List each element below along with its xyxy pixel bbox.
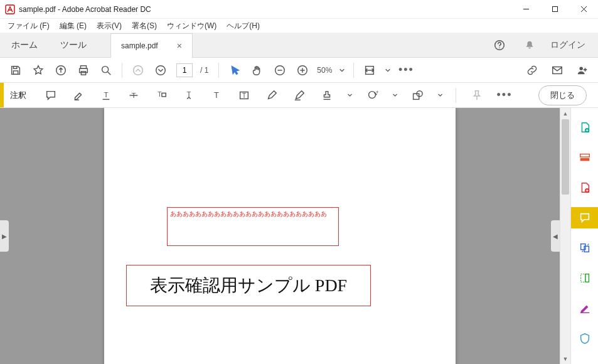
left-panel-toggle[interactable]: ▶ <box>0 220 9 252</box>
scroll-down-icon[interactable]: ▼ <box>560 353 570 364</box>
tab-tools[interactable]: ツール <box>49 33 98 57</box>
svg-rect-11 <box>80 68 88 72</box>
insert-text-icon[interactable]: T <box>179 86 198 105</box>
menu-file[interactable]: ファイル (F) <box>3 19 55 33</box>
app-icon <box>5 4 15 14</box>
zoom-out-icon[interactable] <box>270 61 289 80</box>
pdf-page: あああああああああああああああああああああああああ 表示確認用サンプル PDF <box>104 108 456 364</box>
main-toolbar: / 1 50% ••• <box>0 58 598 83</box>
menu-bar: ファイル (F) 編集 (E) 表示(V) 署名(S) ウィンドウ(W) ヘルプ… <box>0 19 598 33</box>
scroll-up-icon[interactable]: ▲ <box>560 108 570 119</box>
select-tool-icon[interactable] <box>225 61 244 80</box>
hand-tool-icon[interactable] <box>248 61 267 80</box>
tab-home[interactable]: ホーム <box>0 33 49 57</box>
help-icon[interactable] <box>490 36 509 55</box>
svg-text:T: T <box>214 90 219 99</box>
protect-icon[interactable] <box>571 328 599 349</box>
svg-point-13 <box>102 66 109 72</box>
annotation-textbox[interactable]: あああああああああああああああああああああああああ <box>167 207 339 246</box>
menu-help[interactable]: ヘルプ(H) <box>222 19 265 33</box>
tab-document[interactable]: sample.pdf × <box>110 33 193 58</box>
pencil-icon[interactable] <box>262 86 281 105</box>
svg-rect-53 <box>580 274 585 282</box>
svg-text:T: T <box>158 90 161 97</box>
replace-text-icon[interactable]: T <box>152 86 171 105</box>
attach-icon[interactable]: + <box>363 86 382 105</box>
svg-rect-8 <box>13 70 18 73</box>
right-panel-toggle[interactable]: ◀ <box>551 220 560 252</box>
more-annotation-icon[interactable]: ••• <box>495 86 514 105</box>
zoom-in-icon[interactable] <box>293 61 312 80</box>
drawing-dropdown-icon[interactable] <box>435 86 444 105</box>
svg-text:T: T <box>242 92 246 99</box>
tools-side-panel <box>570 108 598 364</box>
zoom-level-label[interactable]: 50% <box>317 66 332 75</box>
menu-view[interactable]: 表示(V) <box>92 19 127 33</box>
close-annotation-button[interactable]: 閉じる <box>538 85 587 105</box>
highlight-icon[interactable] <box>69 86 88 105</box>
edit-pdf-icon[interactable] <box>571 177 599 198</box>
drawing-tools-icon[interactable] <box>408 86 427 105</box>
save-icon[interactable] <box>6 61 25 80</box>
svg-rect-12 <box>81 71 85 74</box>
minimize-button[interactable] <box>511 0 540 19</box>
share-person-icon[interactable] <box>573 61 592 80</box>
print-icon[interactable] <box>74 61 93 80</box>
maximize-button[interactable] <box>540 0 569 19</box>
tab-close-icon[interactable]: × <box>177 41 182 51</box>
underline-text-icon[interactable]: T <box>97 86 115 105</box>
create-pdf-icon[interactable] <box>571 117 599 138</box>
svg-rect-48 <box>580 154 589 158</box>
fill-sign-icon[interactable] <box>571 297 599 319</box>
combine-files-icon[interactable] <box>571 147 599 168</box>
workspace: ▶ あああああああああああああああああああああああああ 表示確認用サンプル PD… <box>0 108 598 364</box>
eraser-icon[interactable] <box>290 86 309 105</box>
window-title: sample.pdf - Adobe Acrobat Reader DC <box>19 5 151 14</box>
login-button[interactable]: ログイン <box>550 40 585 51</box>
vertical-scrollbar[interactable]: ▲ ▼ <box>560 108 570 364</box>
organize-pages-icon[interactable] <box>571 237 599 259</box>
menu-window[interactable]: ウィンドウ(W) <box>162 19 222 33</box>
redact-icon[interactable] <box>571 267 599 289</box>
star-icon[interactable] <box>29 61 48 80</box>
document-heading: 表示確認用サンプル PDF <box>150 274 347 297</box>
add-text-icon[interactable]: T <box>207 86 226 105</box>
fit-width-icon[interactable] <box>360 61 379 80</box>
svg-text:T: T <box>104 90 108 99</box>
upload-icon[interactable] <box>51 61 70 80</box>
svg-point-6 <box>499 47 499 48</box>
tab-document-label: sample.pdf <box>121 41 158 50</box>
email-icon[interactable] <box>548 61 567 80</box>
strikethrough-icon[interactable]: T <box>124 86 143 105</box>
svg-text:+: + <box>375 89 378 95</box>
bell-icon[interactable] <box>520 36 539 55</box>
window-controls <box>511 0 598 19</box>
zoom-dropdown-icon[interactable] <box>337 61 347 80</box>
attach-dropdown-icon[interactable] <box>390 86 399 105</box>
annotation-toolbar: 注釈 T T T T T T + ••• 閉じる <box>0 83 598 108</box>
svg-rect-2 <box>552 7 557 12</box>
sticky-note-icon[interactable] <box>41 86 60 105</box>
share-link-icon[interactable] <box>523 61 542 80</box>
page-down-icon[interactable] <box>151 61 170 80</box>
more-tools-icon[interactable]: ••• <box>397 61 415 80</box>
page-number-input[interactable] <box>176 63 193 77</box>
page-up-icon[interactable] <box>129 61 147 80</box>
close-window-button[interactable] <box>569 0 598 19</box>
scroll-thumb[interactable] <box>562 119 569 195</box>
svg-point-24 <box>579 67 582 70</box>
stamp-dropdown-icon[interactable] <box>345 86 354 105</box>
menu-edit[interactable]: 編集 (E) <box>55 19 92 33</box>
search-icon[interactable] <box>97 61 115 80</box>
comment-icon[interactable] <box>571 207 599 228</box>
tab-bar: ホーム ツール sample.pdf × ログイン <box>0 33 598 58</box>
svg-point-16 <box>156 65 166 75</box>
annotation-text-content: あああああああああああああああああああああああああ <box>170 210 327 217</box>
menu-sign[interactable]: 署名(S) <box>127 19 162 33</box>
document-area[interactable]: ▶ あああああああああああああああああああああああああ 表示確認用サンプル PD… <box>0 108 560 364</box>
fit-dropdown-icon[interactable] <box>383 61 393 80</box>
stamp-icon[interactable] <box>318 86 336 105</box>
text-box-icon[interactable]: T <box>235 86 254 105</box>
svg-rect-54 <box>585 274 588 282</box>
pin-icon[interactable] <box>467 86 486 105</box>
